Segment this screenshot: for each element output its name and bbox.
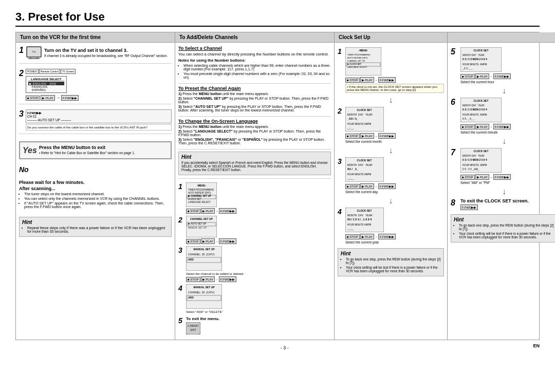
no-note3: If "AUTO SET UP" appears on the TV scree…	[24, 201, 172, 209]
clock-content: 1 -MENU- TIMER PROGRAMMING AUTO REPEAT […	[335, 43, 447, 279]
svg-text:MANUAL SET UP: MANUAL SET UP	[193, 286, 215, 289]
clock-step4-num: 4	[338, 208, 344, 216]
channel-hint-text: If you accidentally select Spanish or Fr…	[181, 161, 328, 172]
svg-text:_03 / 1_: _03 / 1_	[347, 117, 359, 120]
creset-button: C.RESET EXIT	[186, 322, 200, 334]
svg-text:▶ AUTO SET UP: ▶ AUTO SET UP	[188, 222, 206, 225]
svg-text:_0 3 :_ _: _0 3 :_ _	[462, 67, 473, 70]
language-select-menu: LANGUAGE SELECT ▶ ENGLISH [ON] FRANCAIS …	[26, 76, 67, 93]
vcr-step3: 3 F.FWD▶▶ CH 01 ――― AUTO SET UP ――― Do y…	[19, 109, 172, 134]
vcr-section: Turn on the VCR for the first time 1	[16, 32, 175, 340]
vcr-step1-text: Turn on the TV and set it to channel 3.	[44, 48, 168, 53]
svg-text:ADD: ADD	[188, 258, 194, 261]
clock-step5-num: 5	[451, 47, 459, 57]
add-step2-num: 2	[178, 216, 184, 224]
clock-hint-title: Hint	[341, 251, 350, 256]
clock-set-screen3: CLOCK SET MONTH DAY YEAR 03 / _1_ HOUR M…	[345, 157, 384, 182]
clock-set-screen6: CLOCK SET MONTH DAY YEAR 0 3 / 1 5 MON 2…	[460, 98, 502, 122]
add-step4-label: Select "ADD" or "DELETE"	[186, 310, 223, 313]
svg-text:AUTO REPEAT [OFF]: AUTO REPEAT [OFF]	[347, 57, 367, 59]
vcr-step2-num: 2	[19, 69, 24, 78]
notes-title: Notes for using the Number buttons:	[178, 58, 331, 63]
svg-text:▶ CLOCK SET: ▶ CLOCK SET	[347, 63, 362, 65]
menu-screen-step2: CHANNEL SET UP ▶ AUTO SET UP MANUAL SET …	[186, 216, 217, 237]
change-lang-title: To Change the On-Screen Language	[178, 119, 331, 124]
svg-text:TV: TV	[32, 50, 36, 53]
svg-text:CLOCK SET: CLOCK SET	[188, 198, 201, 200]
clock-step8-label: To exit the CLOCK SET screen. F.FWD▶▶	[460, 198, 529, 210]
svg-text:0 3 / 1 5 MON 2 0 0 4: 0 3 / 1 5 MON 2 0 0 4	[462, 158, 487, 161]
page-title: 3. Preset for Use	[15, 10, 540, 27]
add-step2: 2 CHANNEL SET UP ▶ AUTO SET UP MANUAL SE…	[178, 216, 331, 244]
svg-text:LANGUAGE SELECT: LANGUAGE SELECT	[188, 201, 211, 203]
clock-arrow7: ↓	[451, 187, 555, 196]
preset-step1: 1) Press the MENU button until the main …	[178, 92, 331, 96]
preset-again-block: To Preset the Channel Again 1) Press the…	[178, 86, 331, 117]
clock-step1-note: • If the clock is not set, the CLOCK SET…	[345, 84, 444, 93]
select-channel-title: To Select a Channel	[178, 46, 331, 51]
clock-right-hint2: Your clock setting will be lost if there…	[459, 232, 554, 239]
svg-text:MONTH  DAY   YEAR: MONTH DAY YEAR	[347, 113, 373, 116]
no-label: No	[19, 165, 172, 174]
clock-arrow1: ↓	[338, 96, 444, 105]
vcr-header: Turn on the VCR for the first time	[16, 32, 175, 43]
menu-screen-step3: MANUAL SET UP CHANNEL: 30 (CATV) ADD	[186, 246, 222, 271]
lang-step1: 1) Press the MENU button until the main …	[178, 125, 331, 128]
svg-text:MANUAL SET UP: MANUAL SET UP	[188, 227, 207, 229]
svg-text:CLOCK SET: CLOCK SET	[474, 150, 489, 153]
svg-text:HOUR MINUTE  AMPM: HOUR MINUTE AMPM	[462, 63, 487, 66]
svg-text:CLOCK SET: CLOCK SET	[474, 49, 489, 52]
clock-hint1: To go back one step, press the REW butto…	[346, 257, 441, 265]
svg-text:MONTH DAY   YEAR: MONTH DAY YEAR	[462, 104, 485, 107]
clock-step6-note: Select the current minute	[460, 130, 511, 134]
clock-section: Clock Set Up 1 -MENU- TIMER PROGRAMMING …	[335, 32, 448, 340]
svg-text:CHANNEL SET UP: CHANNEL SET UP	[190, 217, 213, 220]
channel-section: To Add/Delete Channels To Select a Chann…	[175, 32, 335, 340]
vcr-hint: Hint Repeat these steps only if there wa…	[19, 217, 172, 237]
clock-set-screen7: CLOCK SET MONTH DAY YEAR 0 3 / 1 5 MON 2…	[460, 148, 502, 173]
channel-content: To Select a Channel You can select a cha…	[175, 43, 334, 340]
clock-step8-num: 8	[451, 198, 459, 208]
clock-step4-note: Select the current year	[345, 240, 396, 244]
svg-text:MONTH DAY   YEAR: MONTH DAY YEAR	[462, 54, 485, 57]
clock-step2-num: 2	[338, 107, 344, 115]
clock-arrow6: ↓	[451, 137, 555, 146]
vcr-step1-num: 1	[19, 46, 24, 55]
add-step5-label: To exit the menu. C.RESET EXIT	[186, 316, 219, 335]
svg-text:-MENU-: -MENU-	[359, 49, 368, 52]
clock-step3-note: Select the current day	[345, 190, 396, 194]
clock-step3-num: 3	[338, 157, 344, 165]
vcr-hint-title: Hint	[22, 219, 32, 225]
vcr-step1-note: If channel 3 is already occupied for bro…	[44, 54, 168, 58]
clock-arrow3: ↓	[338, 196, 444, 206]
preset-step3: 3) Select "AUTO SET UP" by pressing the …	[178, 105, 331, 112]
no-desc: Please wait for a few minutes.	[19, 180, 172, 185]
lang-step3: 3) Select "ENGLISH", "FRANCAIS" or "ESPA…	[178, 138, 331, 145]
svg-text:HOUR MINUTE  AMPM: HOUR MINUTE AMPM	[462, 114, 487, 116]
main-grid: Turn on the VCR for the first time 1	[15, 32, 540, 340]
add-step3-num: 3	[178, 246, 184, 254]
clock-right-hint1: To go back one step, press the REW butto…	[459, 223, 554, 231]
svg-text:0 3 / 1 5 MON 2 0 0 4: 0 3 / 1 5 MON 2 0 0 4	[462, 108, 487, 111]
yes-sub: • Refer to "Hint for Cable Box or Satell…	[39, 151, 135, 155]
clock-set-screen5: CLOCK SET MONTH DAY YEAR 0 3 / 1 5 MON 2…	[460, 47, 502, 72]
clock-step5: 5 CLOCK SET MONTH DAY YEAR 0 3 / 1 5 MON…	[451, 47, 555, 85]
clock-step3: 3 CLOCK SET MONTH DAY YEAR 03 / _1_ HOUR…	[338, 157, 444, 195]
svg-text:-MENU-: -MENU-	[197, 184, 206, 187]
channel-hint-title: Hint	[181, 154, 191, 160]
svg-text:__:__: __:__	[347, 177, 354, 180]
svg-text:TIMER PROGRAMMING: TIMER PROGRAMMING	[347, 53, 371, 56]
svg-text:HOUR MINUTE AMPM: HOUR MINUTE AMPM	[347, 173, 372, 176]
clock-right-content: 5 CLOCK SET MONTH DAY YEAR 0 3 / 1 5 MON…	[448, 43, 555, 246]
svg-text:EXIT: EXIT	[190, 328, 196, 331]
svg-text:MONTH DAY   YEAR: MONTH DAY YEAR	[462, 155, 485, 157]
clock-step2: 2 CLOCK SET MONTH DAY YEAR _03 / 1_ HOUR…	[338, 107, 444, 144]
clock-right-hint: Hint To go back one step, press the REW …	[451, 214, 555, 242]
clock-step2-note: Select the current month	[345, 140, 396, 143]
yes-box: Yes Press the MENU button to exit • Refe…	[19, 141, 172, 159]
svg-text:0 3 / 1 5 MON 2 0 0 4: 0 3 / 1 5 MON 2 0 0 4	[462, 58, 487, 61]
clock-step6-num: 6	[451, 98, 459, 107]
svg-text:AUTO REPEAT [OFF]: AUTO REPEAT [OFF]	[188, 192, 211, 194]
svg-text:CLOCK SET: CLOCK SET	[357, 159, 372, 162]
footer-spacer	[15, 342, 36, 350]
